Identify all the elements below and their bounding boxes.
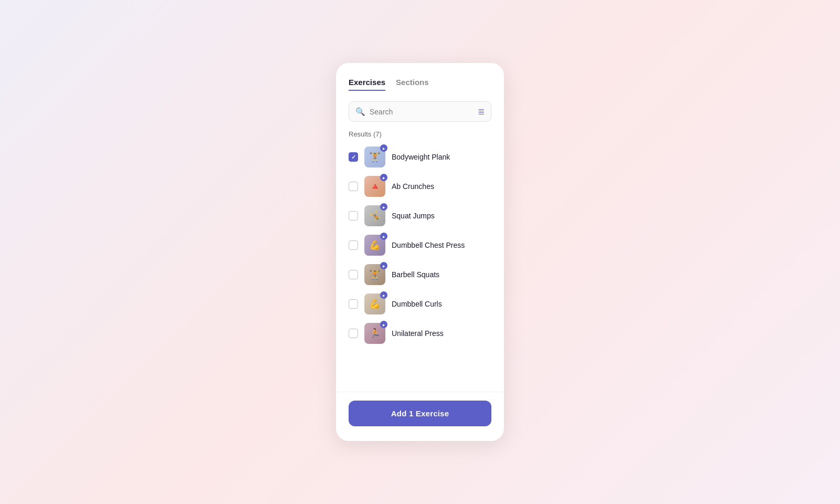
tab-bar: Exercises Sections xyxy=(349,78,491,91)
exercise-name: Squat Jumps xyxy=(392,212,435,220)
exercise-row: 💪Dumbbell Chest Press xyxy=(349,232,491,259)
tab-exercises[interactable]: Exercises xyxy=(349,78,385,91)
exercise-name: Dumbbell Chest Press xyxy=(392,241,465,249)
exercise-name: Bodyweight Plank xyxy=(392,153,450,161)
search-icon: 🔍 xyxy=(355,107,365,117)
exercise-checkbox[interactable] xyxy=(349,270,358,279)
exercise-checkbox[interactable] xyxy=(349,182,358,191)
exercise-thumb-icon: 💪 xyxy=(369,239,381,251)
exercise-thumb-icon: 🏋 xyxy=(369,269,381,280)
exercise-thumb-icon: 💪 xyxy=(369,298,381,310)
add-exercise-button[interactable]: Add 1 Exercise xyxy=(349,401,491,426)
tab-sections[interactable]: Sections xyxy=(396,78,429,91)
exercise-thumb-wrap: 🏋 xyxy=(364,264,385,285)
exercise-name: Unilateral Press xyxy=(392,329,444,338)
video-badge-icon xyxy=(380,203,387,211)
exercise-list: 🏋Bodyweight Plank🔺Ab Crunches🤸Squat Jump… xyxy=(349,143,491,347)
exercise-name: Dumbbell Curls xyxy=(392,300,442,308)
exercise-thumb-wrap: 🔺 xyxy=(364,176,385,197)
exercise-thumb-wrap: 🤸 xyxy=(364,205,385,226)
video-badge-icon xyxy=(380,174,387,181)
exercise-thumb-wrap: 🏃 xyxy=(364,323,385,344)
exercise-row: 🔺Ab Crunches xyxy=(349,173,491,200)
exercise-thumb-icon: 🏃 xyxy=(369,328,381,339)
video-badge-icon xyxy=(380,233,387,240)
filter-icon[interactable]: ≣ xyxy=(478,107,485,117)
exercise-thumb-icon: 🤸 xyxy=(369,210,381,222)
exercise-name: Ab Crunches xyxy=(392,182,434,191)
exercise-checkbox[interactable] xyxy=(349,240,358,250)
exercise-row: 💪Dumbbell Curls xyxy=(349,290,491,318)
main-card: Exercises Sections 🔍 ≣ Results (7) 🏋Body… xyxy=(336,63,504,441)
exercise-checkbox[interactable] xyxy=(349,152,358,162)
exercise-row: 🏋Barbell Squats xyxy=(349,261,491,288)
video-badge-icon xyxy=(380,291,387,299)
exercise-thumb-icon: 🔺 xyxy=(369,181,381,192)
video-badge-icon xyxy=(380,321,387,328)
exercise-row: 🤸Squat Jumps xyxy=(349,202,491,229)
exercise-thumb-wrap: 💪 xyxy=(364,293,385,314)
exercise-checkbox[interactable] xyxy=(349,329,358,338)
exercise-row: 🏋Bodyweight Plank xyxy=(349,143,491,171)
search-bar: 🔍 ≣ xyxy=(349,101,491,122)
exercise-thumb-icon: 🏋 xyxy=(369,151,381,163)
exercise-thumb-wrap: 💪 xyxy=(364,235,385,256)
exercise-thumb-wrap: 🏋 xyxy=(364,146,385,167)
footer: Add 1 Exercise xyxy=(336,392,504,441)
exercise-checkbox[interactable] xyxy=(349,299,358,309)
exercise-checkbox[interactable] xyxy=(349,211,358,220)
exercise-row: 🏃Unilateral Press xyxy=(349,320,491,347)
video-badge-icon xyxy=(380,262,387,269)
video-badge-icon xyxy=(380,144,387,152)
card-content: Exercises Sections 🔍 ≣ Results (7) 🏋Body… xyxy=(336,63,504,392)
results-label: Results (7) xyxy=(349,130,491,138)
exercise-name: Barbell Squats xyxy=(392,270,439,279)
search-input[interactable] xyxy=(370,108,474,116)
